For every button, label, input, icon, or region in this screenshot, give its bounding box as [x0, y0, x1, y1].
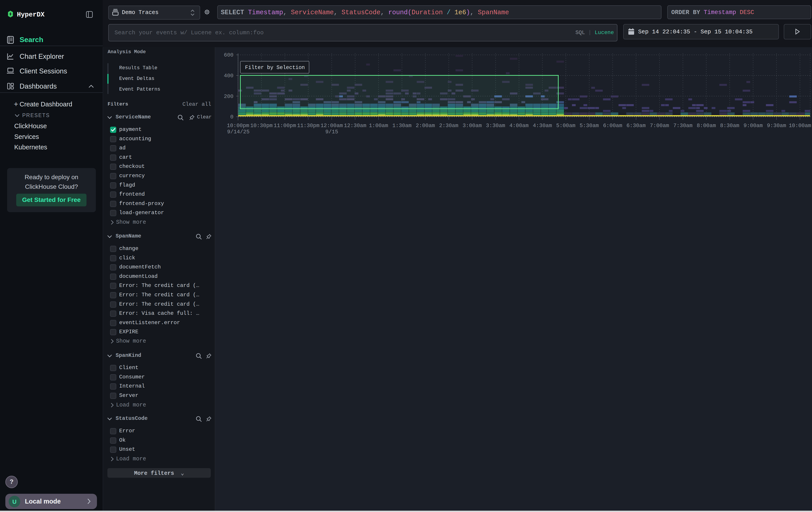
svg-text:200: 200 — [224, 93, 233, 100]
svg-text:11:00pm: 11:00pm — [274, 123, 296, 129]
svg-text:3:30am: 3:30am — [486, 123, 505, 129]
svg-text:1:30am: 1:30am — [393, 123, 411, 129]
svg-text:7:00am: 7:00am — [650, 123, 669, 129]
svg-text:0: 0 — [230, 114, 233, 120]
svg-text:6:30am: 6:30am — [626, 123, 645, 129]
svg-text:5:00am: 5:00am — [556, 123, 575, 129]
svg-text:2:30am: 2:30am — [439, 123, 458, 129]
svg-text:10:30pm: 10:30pm — [250, 123, 272, 129]
svg-text:10:00pm: 10:00pm — [227, 123, 249, 129]
svg-text:12:00am: 12:00am — [320, 123, 343, 129]
svg-text:1:00am: 1:00am — [369, 123, 388, 129]
svg-text:9/14/25: 9/14/25 — [227, 129, 250, 135]
svg-text:9:30am: 9:30am — [767, 123, 786, 129]
svg-text:2:00am: 2:00am — [416, 123, 435, 129]
svg-text:3:00am: 3:00am — [462, 123, 482, 129]
svg-text:9/15: 9/15 — [325, 129, 338, 135]
svg-text:Filter by Selection: Filter by Selection — [245, 64, 305, 71]
svg-text:600: 600 — [224, 52, 233, 58]
svg-text:4:30am: 4:30am — [533, 123, 552, 129]
svg-text:10:00am: 10:00am — [789, 123, 811, 129]
svg-text:400: 400 — [224, 73, 233, 79]
svg-text:9:00am: 9:00am — [744, 123, 763, 129]
svg-text:8:00am: 8:00am — [697, 123, 716, 129]
svg-text:7:30am: 7:30am — [673, 123, 692, 129]
svg-text:6:00am: 6:00am — [603, 123, 622, 129]
svg-text:4:00am: 4:00am — [510, 123, 528, 129]
svg-text:11:30pm: 11:30pm — [297, 123, 320, 129]
svg-text:12:30am: 12:30am — [344, 123, 367, 129]
svg-text:5:30am: 5:30am — [580, 123, 599, 129]
svg-text:8:30am: 8:30am — [720, 123, 739, 129]
